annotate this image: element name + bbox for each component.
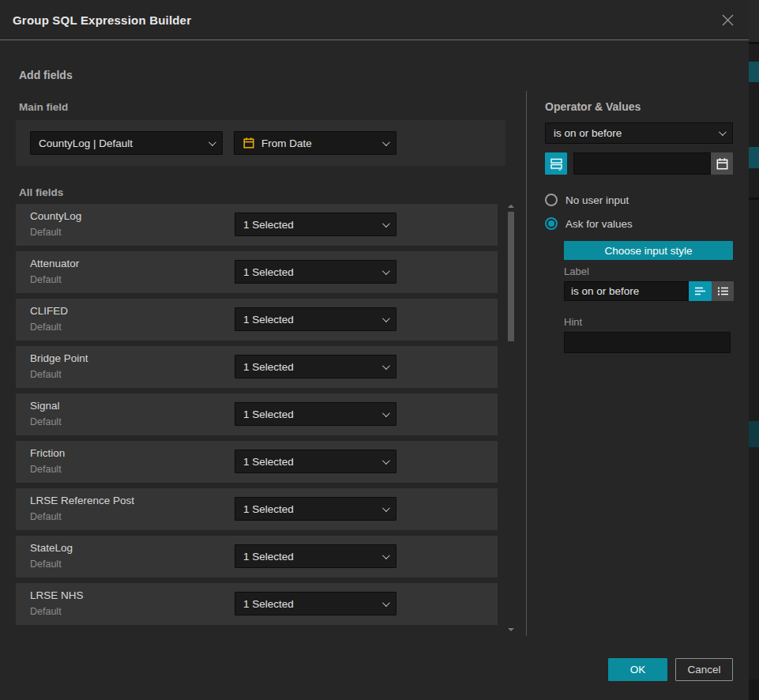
list-style-button[interactable]	[712, 281, 734, 301]
all-fields-list: CountyLog Default 1 Selected Attenuator …	[16, 204, 498, 630]
scroll-down-arrow-icon[interactable]	[508, 628, 514, 631]
scroll-up-arrow-icon[interactable]	[508, 205, 514, 208]
main-field-bar: CountyLog | Default From Date	[16, 120, 505, 166]
field-subtitle: Default	[30, 606, 62, 617]
hint-input[interactable]	[564, 332, 731, 353]
field-subtitle: Default	[30, 464, 62, 475]
chevron-down-icon	[382, 314, 390, 322]
add-fields-heading: Add fields	[19, 69, 73, 81]
field-subtitle: Default	[30, 322, 62, 333]
operator-select[interactable]: is on or before	[545, 122, 733, 144]
field-name: LRSE Reference Post	[30, 495, 134, 506]
chevron-down-icon	[382, 220, 390, 228]
field-name: Signal	[30, 400, 60, 412]
panel-divider	[526, 91, 527, 636]
main-layer-select-value: CountyLog | Default	[39, 137, 202, 149]
calendar-icon	[242, 137, 255, 149]
chevron-down-icon	[209, 138, 216, 146]
main-field-select-value: From Date	[261, 137, 376, 149]
field-name: Attenuator	[30, 258, 79, 269]
value-source-toggle-button[interactable]	[545, 152, 567, 175]
field-row: Bridge Point Default 1 Selected	[16, 346, 498, 388]
radio-ask-for-values[interactable]: Ask for values	[545, 217, 633, 230]
date-value-input[interactable]	[573, 152, 711, 175]
background-app-edge	[749, 0, 759, 700]
choose-input-style-button[interactable]: Choose input style	[564, 241, 733, 260]
field-row: Attenuator Default 1 Selected	[16, 251, 498, 293]
stacked-rows-icon	[550, 157, 563, 171]
label-input[interactable]	[564, 281, 689, 301]
field-selection-value: 1 Selected	[243, 266, 376, 278]
field-selection-dropdown[interactable]: 1 Selected	[235, 450, 396, 473]
radio-circle-icon	[545, 194, 558, 206]
field-row: Signal Default 1 Selected	[16, 393, 498, 435]
field-name: StateLog	[30, 542, 73, 554]
fields-list-scrollbar[interactable]	[508, 204, 514, 636]
bulleted-list-icon	[717, 286, 729, 296]
field-row: LRSE NHS Default 1 Selected	[16, 583, 498, 625]
main-layer-select[interactable]: CountyLog | Default	[30, 131, 223, 155]
field-subtitle: Default	[30, 369, 62, 380]
operator-select-value: is on or before	[554, 127, 712, 139]
field-name: LRSE NHS	[30, 589, 84, 601]
all-fields-heading: All fields	[19, 186, 63, 198]
field-name: CLIFED	[30, 305, 68, 317]
radio-no-user-input[interactable]: No user input	[545, 194, 629, 206]
single-line-style-button[interactable]	[689, 281, 712, 301]
field-selection-value: 1 Selected	[243, 361, 376, 373]
bg-strip-seg	[749, 0, 759, 42]
ok-button[interactable]: OK	[608, 658, 667, 681]
bg-strip-seg	[749, 198, 759, 200]
group-sql-expression-builder-dialog: Group SQL Expression Builder Add fields …	[0, 0, 749, 700]
label-field-label: Label	[564, 265, 589, 277]
radio-label: No user input	[565, 194, 629, 206]
chevron-down-icon	[382, 504, 390, 512]
chevron-down-icon	[382, 457, 390, 465]
dialog-titlebar: Group SQL Expression Builder	[0, 0, 749, 40]
date-picker-button[interactable]	[711, 152, 733, 175]
field-selection-dropdown[interactable]: 1 Selected	[235, 355, 396, 378]
field-subtitle: Default	[30, 511, 62, 522]
field-subtitle: Default	[30, 559, 62, 570]
bg-strip-seg	[749, 147, 759, 168]
calendar-icon	[716, 157, 729, 171]
field-selection-dropdown[interactable]: 1 Selected	[235, 592, 396, 615]
field-row: CountyLog Default 1 Selected	[16, 204, 498, 246]
bg-strip-seg	[749, 421, 759, 447]
field-selection-dropdown[interactable]: 1 Selected	[235, 307, 396, 331]
field-name: CountyLog	[30, 210, 81, 222]
close-icon[interactable]	[719, 11, 736, 28]
close-icon-glyph	[721, 13, 735, 27]
field-selection-value: 1 Selected	[243, 408, 376, 420]
main-field-select[interactable]: From Date	[234, 131, 396, 155]
field-selection-value: 1 Selected	[243, 503, 376, 515]
chevron-down-icon	[382, 138, 390, 146]
chevron-down-icon	[382, 362, 390, 370]
field-selection-dropdown[interactable]: 1 Selected	[235, 213, 396, 236]
field-selection-dropdown[interactable]: 1 Selected	[235, 544, 396, 568]
field-selection-value: 1 Selected	[243, 598, 376, 610]
radio-circle-selected-icon	[545, 217, 558, 230]
dialog-title: Group SQL Expression Builder	[13, 13, 191, 27]
screen: Group SQL Expression Builder Add fields …	[0, 0, 759, 700]
field-selection-value: 1 Selected	[243, 456, 376, 468]
cancel-button[interactable]: Cancel	[675, 658, 733, 681]
field-selection-dropdown[interactable]: 1 Selected	[235, 260, 396, 284]
radio-label: Ask for values	[565, 218, 633, 230]
bg-strip-seg	[749, 679, 759, 700]
operator-values-heading: Operator & Values	[545, 100, 641, 113]
bg-strip-seg	[749, 62, 759, 82]
field-subtitle: Default	[30, 274, 62, 285]
hint-field-label: Hint	[564, 316, 582, 328]
field-selection-dropdown[interactable]: 1 Selected	[235, 497, 396, 521]
chevron-down-icon	[382, 267, 390, 275]
field-selection-value: 1 Selected	[243, 314, 376, 326]
scrollbar-thumb[interactable]	[508, 212, 514, 341]
field-row: LRSE Reference Post Default 1 Selected	[16, 488, 498, 530]
field-subtitle: Default	[30, 227, 62, 238]
field-selection-dropdown[interactable]: 1 Selected	[235, 402, 396, 426]
chevron-down-icon	[382, 599, 390, 607]
field-row: CLIFED Default 1 Selected	[16, 299, 498, 341]
field-selection-value: 1 Selected	[243, 551, 376, 563]
field-subtitle: Default	[30, 416, 62, 427]
